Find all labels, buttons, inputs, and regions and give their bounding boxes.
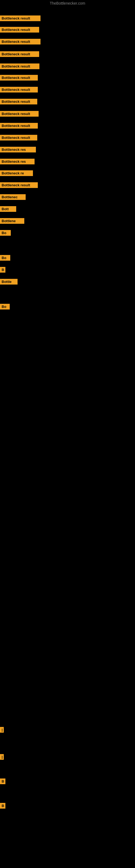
bottleneck-badge-9: Bottleneck result	[0, 123, 38, 129]
bottleneck-badge-3: Bottleneck result	[0, 51, 39, 57]
bottleneck-badge-5: Bottleneck result	[0, 75, 38, 81]
bottleneck-badge-2: Bottleneck result	[0, 39, 41, 44]
bottleneck-badge-13: Bottleneck re	[0, 170, 33, 176]
bottleneck-badge-6: Bottleneck result	[0, 87, 38, 93]
bottleneck-badge-0: Bottleneck result	[0, 16, 41, 21]
bottleneck-badge-8: Bottleneck result	[0, 111, 39, 117]
bottleneck-badge-11: Bottleneck res	[0, 147, 36, 152]
bottleneck-badge-15: Bottlenec	[0, 194, 26, 200]
bottleneck-badge-21: Bottle	[0, 279, 17, 284]
bottleneck-badge-26: B	[0, 803, 5, 809]
site-title: TheBottlenecker.com	[0, 0, 135, 6]
bottleneck-badge-20: B	[0, 267, 5, 273]
bottleneck-badge-1: Bottleneck result	[0, 27, 39, 33]
bottleneck-badge-25: B	[0, 778, 5, 784]
bottleneck-badge-17: Bottlene	[0, 218, 24, 224]
bottleneck-badge-7: Bottleneck result	[0, 99, 37, 104]
bottleneck-badge-16: Bott	[0, 206, 16, 212]
bottleneck-badge-4: Bottleneck result	[0, 63, 39, 69]
bottleneck-badge-10: Bottleneck result	[0, 135, 37, 141]
bottleneck-badge-14: Bottleneck result	[0, 182, 38, 188]
bottleneck-badge-19: Bo	[0, 255, 10, 261]
bottleneck-badge-22: Bo	[0, 304, 10, 310]
bottleneck-badge-23: |	[0, 727, 4, 733]
bottleneck-badge-24: |	[0, 754, 4, 760]
bottleneck-badge-18: Bo	[0, 230, 11, 236]
bottleneck-badge-12: Bottleneck res	[0, 159, 35, 164]
